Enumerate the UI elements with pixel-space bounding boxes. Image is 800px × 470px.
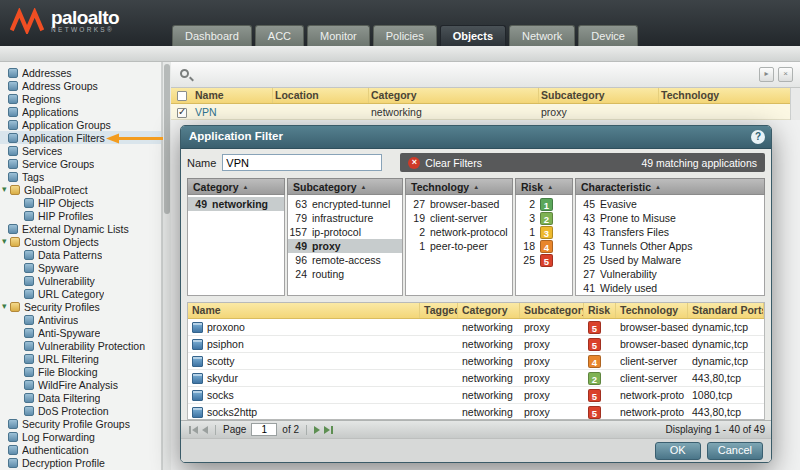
sidebar-item-custom-objects[interactable]: ▾Custom Objects: [0, 235, 161, 248]
tab-monitor[interactable]: Monitor: [307, 25, 370, 46]
filter-item-risk-1[interactable]: 21: [516, 197, 572, 211]
scrollbar-thumb[interactable]: [164, 64, 170, 214]
sidebar-item-url-category[interactable]: URL Category: [0, 287, 161, 300]
sidebar-item-vulnerability[interactable]: Vulnerability: [0, 274, 161, 287]
select-all-checkbox[interactable]: [177, 91, 187, 101]
sidebar-item-data-patterns[interactable]: Data Patterns: [0, 248, 161, 261]
sidebar-item-hip-objects[interactable]: HIP Objects: [0, 196, 161, 209]
help-icon[interactable]: ?: [751, 130, 765, 144]
tab-objects[interactable]: Objects: [440, 25, 506, 46]
tab-device[interactable]: Device: [578, 25, 638, 46]
filter-item-client-server[interactable]: 19client-server: [406, 211, 512, 225]
filter-item-ip-protocol[interactable]: 157ip-protocol: [288, 225, 402, 239]
filter-item-encrypted-tunnel[interactable]: 63encrypted-tunnel: [288, 197, 402, 211]
apps-column-header-name[interactable]: Name: [188, 303, 420, 318]
filter-column-header-risk[interactable]: Risk▲: [515, 178, 573, 195]
apps-column-header-risk[interactable]: Risk: [584, 303, 616, 318]
sidebar-item-spyware[interactable]: Spyware: [0, 261, 161, 274]
row-checkbox[interactable]: [177, 108, 187, 118]
filter-column-header-subcategory[interactable]: Subcategory▲: [287, 178, 403, 195]
apps-column-header-technology[interactable]: Technology: [616, 303, 688, 318]
apps-column-header-category[interactable]: Category: [458, 303, 520, 318]
column-header-subcategory[interactable]: Subcategory: [539, 88, 659, 103]
sidebar-item-service-groups[interactable]: Service Groups: [0, 157, 161, 170]
sidebar-item-security-profile-groups[interactable]: Security Profile Groups: [0, 417, 161, 430]
table-scrollbar[interactable]: [790, 88, 800, 120]
sidebar-item-security-profiles[interactable]: ▾Security Profiles: [0, 300, 161, 313]
filter-item-evasive[interactable]: 45Evasive: [576, 197, 764, 211]
tab-policies[interactable]: Policies: [373, 25, 437, 46]
filter-item-networking[interactable]: 49networking: [188, 197, 284, 211]
sidebar-item-authentication[interactable]: Authentication: [0, 443, 161, 456]
first-page-icon[interactable]: [189, 424, 198, 436]
apps-table-row-scotty[interactable]: scottynetworkingproxy4client-serverdynam…: [188, 353, 764, 370]
sidebar-item-applications[interactable]: Applications: [0, 105, 161, 118]
filter-column-header-category[interactable]: Category▲: [187, 178, 285, 195]
tab-dashboard[interactable]: Dashboard: [172, 25, 252, 46]
sidebar-item-vulnerability-protection[interactable]: Vulnerability Protection: [0, 339, 161, 352]
page-input[interactable]: [251, 423, 277, 436]
column-header-location[interactable]: Location: [273, 88, 369, 103]
tab-acc[interactable]: ACC: [255, 25, 304, 46]
sidebar-item-application-groups[interactable]: Application Groups: [0, 118, 161, 131]
filter-item-risk-4[interactable]: 184: [516, 239, 572, 253]
sidebar-item-tags[interactable]: Tags: [0, 170, 161, 183]
filter-column-header-characteristic[interactable]: Characteristic▲: [575, 178, 765, 195]
cancel-button[interactable]: Cancel: [707, 442, 763, 460]
apps-column-header-standard-ports[interactable]: Standard Ports: [688, 303, 764, 318]
next-page-icon[interactable]: [314, 424, 320, 436]
filter-item-risk-2[interactable]: 32: [516, 211, 572, 225]
sidebar-item-url-filtering[interactable]: URL Filtering: [0, 352, 161, 365]
tree-expander-icon[interactable]: ▾: [2, 237, 10, 246]
name-input[interactable]: [222, 154, 382, 171]
filter-column-header-technology[interactable]: Technology▲: [405, 178, 513, 195]
apps-table-row-socks2http[interactable]: socks2httpnetworkingproxy5network-proto4…: [188, 404, 764, 420]
sidebar-item-globalprotect[interactable]: ▾GlobalProtect: [0, 183, 161, 196]
apps-table-row-socks[interactable]: socksnetworkingproxy5network-proto1080,t…: [188, 387, 764, 404]
sidebar-item-addresses[interactable]: Addresses: [0, 66, 161, 79]
tree-expander-icon[interactable]: ▾: [2, 302, 10, 311]
sidebar-item-anti-spyware[interactable]: Anti-Spyware: [0, 326, 161, 339]
filter-item-risk-3[interactable]: 13: [516, 225, 572, 239]
clear-filter-icon[interactable]: ×: [778, 67, 793, 82]
tab-network[interactable]: Network: [509, 25, 575, 46]
apps-table-row-psiphon[interactable]: psiphonnetworkingproxy5browser-baseddyna…: [188, 336, 764, 353]
filter-item-remote-access[interactable]: 96remote-access: [288, 253, 402, 267]
last-page-icon[interactable]: [324, 424, 333, 436]
sidebar-item-regions[interactable]: Regions: [0, 92, 161, 105]
sidebar-item-file-blocking[interactable]: File Blocking: [0, 365, 161, 378]
filter-item-transfers-files[interactable]: 43Transfers Files: [576, 225, 764, 239]
sidebar-item-address-groups[interactable]: Address Groups: [0, 79, 161, 92]
filter-item-tunnels-other-apps[interactable]: 43Tunnels Other Apps: [576, 239, 764, 253]
row-name-link[interactable]: VPN: [193, 106, 273, 118]
sidebar-scrollbar[interactable]: [162, 62, 171, 470]
sidebar-item-hip-profiles[interactable]: HIP Profiles: [0, 209, 161, 222]
clear-filters-button[interactable]: × Clear Filters: [408, 157, 482, 169]
filter-item-routing[interactable]: 24routing: [288, 267, 402, 281]
sidebar-item-services[interactable]: Services: [0, 144, 161, 157]
filter-item-widely-used[interactable]: 41Widely used: [576, 281, 764, 295]
sidebar-item-external-dynamic-lists[interactable]: External Dynamic Lists: [0, 222, 161, 235]
filter-item-risk-5[interactable]: 255: [516, 253, 572, 267]
apps-column-header-tagged[interactable]: Tagged: [420, 303, 458, 318]
filter-item-peer-to-peer[interactable]: 1peer-to-peer: [406, 239, 512, 253]
sidebar-item-log-forwarding[interactable]: Log Forwarding: [0, 430, 161, 443]
apps-column-header-subcategory[interactable]: Subcategory: [520, 303, 584, 318]
filter-item-vulnerability[interactable]: 27Vulnerability: [576, 267, 764, 281]
column-header-name[interactable]: Name: [193, 88, 273, 103]
sidebar-item-data-filtering[interactable]: Data Filtering: [0, 391, 161, 404]
apply-filter-icon[interactable]: ▸: [759, 67, 774, 82]
tree-expander-icon[interactable]: ▾: [2, 185, 10, 194]
filter-item-proxy[interactable]: 49proxy: [288, 239, 402, 253]
apps-table-row-skydur[interactable]: skydurnetworkingproxy2client-server443,8…: [188, 370, 764, 387]
apps-table-row-proxono[interactable]: proxononetworkingproxy5browser-baseddyna…: [188, 319, 764, 336]
filter-item-infrastructure[interactable]: 79infrastructure: [288, 211, 402, 225]
prev-page-icon[interactable]: [202, 424, 208, 436]
filter-item-prone-to-misuse[interactable]: 43Prone to Misuse: [576, 211, 764, 225]
filter-input[interactable]: [197, 65, 727, 84]
filter-item-used-by-malware[interactable]: 25Used by Malware: [576, 253, 764, 267]
filter-item-browser-based[interactable]: 27browser-based: [406, 197, 512, 211]
sidebar-item-antivirus[interactable]: Antivirus: [0, 313, 161, 326]
sidebar-item-dos-protection[interactable]: DoS Protection: [0, 404, 161, 417]
objects-table-row[interactable]: VPNnetworkingproxy: [171, 104, 800, 120]
